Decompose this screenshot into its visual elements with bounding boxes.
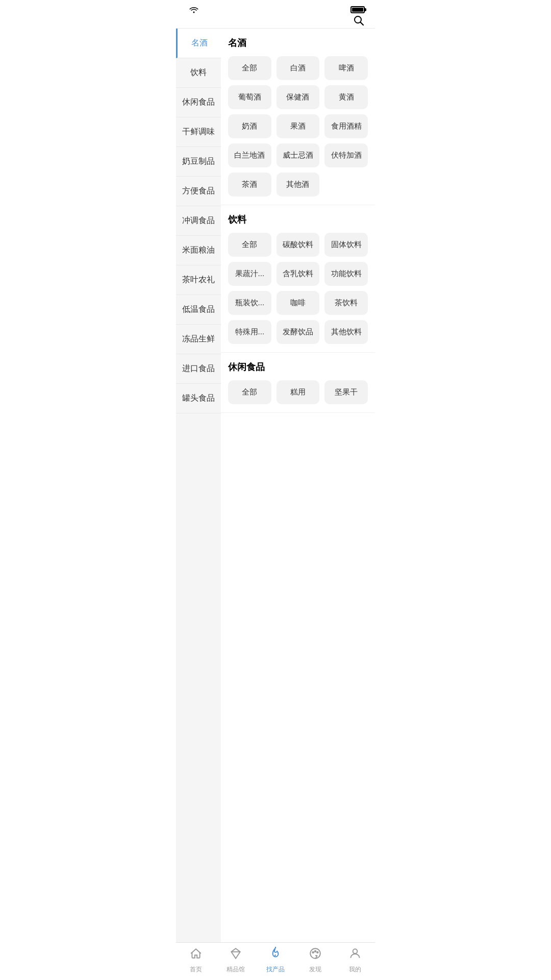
header (176, 18, 375, 29)
tag-item-0-10[interactable]: 威士忌酒 (277, 143, 320, 167)
svg-line-1 (361, 22, 364, 26)
tags-grid-2: 全部糕用坚果干 (228, 380, 368, 404)
main-layout: 名酒饮料休闲食品干鲜调味奶豆制品方便食品冲调食品米面粮油茶叶农礼低温食品冻品生鲜… (176, 29, 375, 942)
tag-item-0-6[interactable]: 奶酒 (228, 114, 271, 138)
sidebar-item-3[interactable]: 干鲜调味 (176, 117, 221, 147)
tags-grid-0: 全部白酒啤酒葡萄酒保健酒黄酒奶酒果酒食用酒精白兰地酒威士忌酒伏特加酒茶酒其他酒 (228, 56, 368, 197)
tag-item-0-8[interactable]: 食用酒精 (324, 114, 368, 138)
tag-item-0-5[interactable]: 黄酒 (324, 85, 368, 109)
category-title-0: 名酒 (228, 37, 368, 49)
category-title-2: 休闲食品 (228, 361, 368, 373)
tag-item-1-8[interactable]: 茶饮料 (324, 291, 368, 315)
status-bar (176, 0, 375, 18)
sidebar-item-1[interactable]: 饮料 (176, 58, 221, 88)
category-section-1: 饮料全部碳酸饮料固体饮料果蔬汁...含乳饮料功能饮料瓶装饮...咖啡茶饮料特殊用… (221, 205, 375, 353)
tag-item-0-11[interactable]: 伏特加酒 (324, 143, 368, 167)
tag-item-0-2[interactable]: 啤酒 (324, 56, 368, 80)
category-sidebar: 名酒饮料休闲食品干鲜调味奶豆制品方便食品冲调食品米面粮油茶叶农礼低温食品冻品生鲜… (176, 29, 221, 942)
sidebar-item-0[interactable]: 名酒 (176, 29, 221, 58)
tag-item-2-0[interactable]: 全部 (228, 380, 271, 404)
tag-item-0-1[interactable]: 白酒 (277, 56, 320, 80)
battery-icon (350, 6, 365, 15)
tag-item-1-11[interactable]: 其他饮料 (324, 320, 368, 344)
tag-item-2-1[interactable]: 糕用 (277, 380, 320, 404)
tag-item-1-4[interactable]: 含乳饮料 (277, 262, 320, 286)
tag-item-0-9[interactable]: 白兰地酒 (228, 143, 271, 167)
sidebar-item-5[interactable]: 方便食品 (176, 177, 221, 206)
tag-item-0-13[interactable]: 其他酒 (277, 173, 320, 197)
sidebar-item-9[interactable]: 低温食品 (176, 295, 221, 325)
tag-item-1-6[interactable]: 瓶装饮... (228, 291, 271, 315)
sidebar-item-4[interactable]: 奶豆制品 (176, 147, 221, 177)
sidebar-item-7[interactable]: 米面粮油 (176, 236, 221, 265)
sidebar-item-6[interactable]: 冲调食品 (176, 206, 221, 236)
sidebar-item-8[interactable]: 茶叶农礼 (176, 265, 221, 295)
search-button[interactable] (353, 14, 365, 30)
tag-item-0-4[interactable]: 保健酒 (277, 85, 320, 109)
category-section-2: 休闲食品全部糕用坚果干 (221, 353, 375, 413)
sidebar-item-12[interactable]: 罐头食品 (176, 384, 221, 413)
tag-item-0-7[interactable]: 果酒 (277, 114, 320, 138)
tag-item-1-10[interactable]: 发酵饮品 (277, 320, 320, 344)
tag-item-1-7[interactable]: 咖啡 (277, 291, 320, 315)
sidebar-item-11[interactable]: 进口食品 (176, 354, 221, 384)
tag-item-0-3[interactable]: 葡萄酒 (228, 85, 271, 109)
tag-item-2-2[interactable]: 坚果干 (324, 380, 368, 404)
category-section-0: 名酒全部白酒啤酒葡萄酒保健酒黄酒奶酒果酒食用酒精白兰地酒威士忌酒伏特加酒茶酒其他… (221, 29, 375, 205)
tag-item-1-1[interactable]: 碳酸饮料 (277, 233, 320, 257)
sidebar-item-2[interactable]: 休闲食品 (176, 88, 221, 117)
tag-item-1-3[interactable]: 果蔬汁... (228, 262, 271, 286)
tag-item-0-12[interactable]: 茶酒 (228, 173, 271, 197)
sidebar-item-10[interactable]: 冻品生鲜 (176, 325, 221, 354)
category-title-1: 饮料 (228, 213, 368, 226)
tag-item-0-0[interactable]: 全部 (228, 56, 271, 80)
wifi-icon (189, 6, 198, 15)
tags-grid-1: 全部碳酸饮料固体饮料果蔬汁...含乳饮料功能饮料瓶装饮...咖啡茶饮料特殊用..… (228, 233, 368, 344)
tag-item-1-2[interactable]: 固体饮料 (324, 233, 368, 257)
tag-item-1-9[interactable]: 特殊用... (228, 320, 271, 344)
tag-item-1-5[interactable]: 功能饮料 (324, 262, 368, 286)
category-content: 名酒全部白酒啤酒葡萄酒保健酒黄酒奶酒果酒食用酒精白兰地酒威士忌酒伏特加酒茶酒其他… (221, 29, 375, 942)
tag-item-1-0[interactable]: 全部 (228, 233, 271, 257)
